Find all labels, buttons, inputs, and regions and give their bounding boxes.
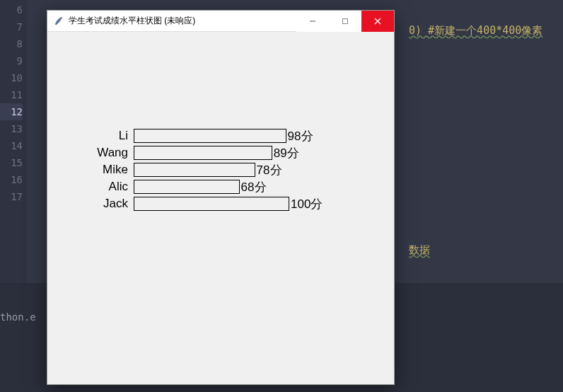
bar-category-label: Li (74, 129, 134, 143)
line-number: 10 (0, 69, 23, 86)
bar-rect (134, 180, 240, 194)
line-number: 11 (0, 86, 23, 103)
line-number: 13 (0, 120, 23, 137)
bar-category-label: Jack (74, 197, 134, 211)
line-number: 6 (0, 1, 23, 18)
bar-rect (134, 146, 272, 160)
line-number: 17 (0, 188, 23, 205)
bar-row: Mike78分 (74, 161, 371, 178)
minimize-button[interactable] (296, 11, 329, 32)
close-button[interactable] (361, 11, 394, 32)
bar-row: Alic68分 (74, 178, 371, 195)
app-window: 学生考试成绩水平柱状图 (未响应) Li98分Wang89分Mike78分Ali… (47, 10, 395, 385)
console-text-fragment: thon.e (0, 311, 36, 323)
line-number: 15 (0, 154, 23, 171)
window-control-buttons (296, 11, 394, 32)
bar-row: Li98分 (74, 127, 371, 144)
close-icon (374, 18, 381, 25)
line-number: 14 (0, 137, 23, 154)
window-titlebar[interactable]: 学生考试成绩水平柱状图 (未响应) (47, 11, 394, 32)
bar-row: Jack100分 (74, 195, 371, 212)
code-line-fragment: 数据 (409, 243, 430, 257)
bar-value-label: 98分 (286, 128, 313, 144)
maximize-icon (342, 18, 349, 25)
maximize-button[interactable] (329, 11, 361, 32)
code-line-fragment: 0) #新建一个400*400像素 (409, 24, 542, 38)
minimize-icon (309, 18, 316, 25)
bar-category-label: Alic (74, 180, 134, 194)
bar-category-label: Mike (74, 163, 134, 177)
svg-rect-1 (343, 19, 348, 24)
bar-value-label: 78分 (255, 162, 282, 178)
bar-category-label: Wang (74, 146, 134, 160)
bar-rect (134, 197, 289, 211)
line-number-gutter: 67891011121314151617 (0, 0, 27, 283)
window-title: 学生考试成绩水平柱状图 (未响应) (69, 15, 195, 27)
horizontal-bar-chart: Li98分Wang89分Mike78分Alic68分Jack100分 (74, 127, 371, 212)
line-number: 8 (0, 35, 23, 52)
line-number: 9 (0, 52, 23, 69)
line-number: 7 (0, 18, 23, 35)
bar-value-label: 100分 (289, 196, 323, 212)
bar-rect (134, 163, 255, 177)
line-number: 16 (0, 171, 23, 188)
line-number: 12 (0, 103, 23, 120)
bar-value-label: 89分 (272, 145, 299, 161)
bar-rect (134, 129, 286, 143)
bar-value-label: 68分 (240, 179, 267, 195)
bar-row: Wang89分 (74, 144, 371, 161)
chart-canvas: Li98分Wang89分Mike78分Alic68分Jack100分 (47, 32, 394, 384)
tk-feather-icon (53, 16, 64, 27)
